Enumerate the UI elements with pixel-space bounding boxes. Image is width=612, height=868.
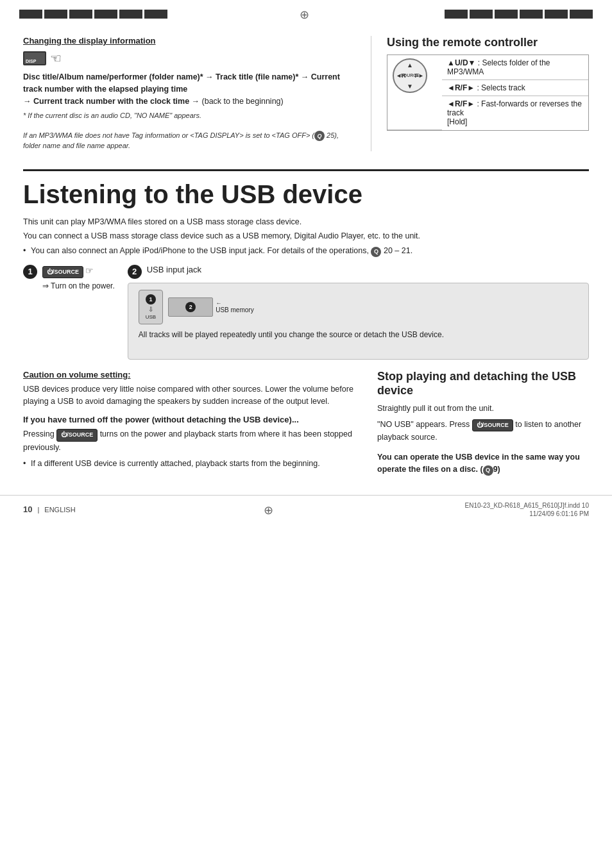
usb-badge-2: 2 [185, 302, 196, 312]
remote-table: ▲ ▼ ◄R F► SOURCE ▲U/D▼ : Selects folde [387, 54, 589, 131]
deco-bar-5 [119, 10, 142, 19]
hold-sublabel: [Hold] [447, 117, 467, 126]
remote-row-1-desc: ▲U/D▼ : Selects folder of the MP3/WMA [442, 55, 588, 80]
usb-memory-stick: 2 [168, 297, 213, 317]
ud-label: ▲U/D▼ : Selects folder of the MP3/WMA [447, 58, 550, 76]
stop-bold-note: You can operate the USB device in the sa… [377, 451, 589, 476]
step-1-number: 1 [23, 265, 37, 279]
display-body-bold: Disc title/Album name/performer (folder … [23, 72, 340, 94]
table-row: ▲ ▼ ◄R F► SOURCE ▲U/D▼ : Selects folde [387, 55, 588, 80]
detach-body-pre: Pressing [23, 430, 55, 438]
disp-label: DISP [26, 59, 36, 63]
rc-up-arrow: ▲ [407, 62, 413, 69]
deco-bar-r5 [545, 10, 568, 19]
usb-memory-label-area: ← USB memory [216, 300, 253, 313]
disp-icon-area: DISP ☞ [23, 51, 352, 66]
detach-body: Pressing ⏻/SOURCE turns on the power and… [23, 428, 358, 453]
deco-bar-4 [94, 10, 117, 19]
usb-memory-area: 2 ← USB memory [168, 297, 253, 317]
display-info-section: Changing the display information DISP ☞ … [23, 36, 371, 151]
display-info-heading: Changing the display information [23, 36, 156, 46]
remote-controller-image-cell: ▲ ▼ ◄R F► SOURCE [387, 55, 442, 129]
deco-bar-3 [69, 10, 92, 19]
remote-controller-section: Using the remote controller ▲ ▼ ◄R [371, 36, 589, 151]
detach-subheading: If you have turned off the power (withou… [23, 415, 358, 424]
source-btn-stop: ⏻/SOURCE [472, 419, 513, 432]
deco-bars-left [19, 10, 167, 19]
arrow-icon-4: → [192, 97, 200, 106]
hand-pointing-icon: ☞ [50, 51, 62, 66]
rc-left-arrow: ◄R [396, 72, 405, 79]
display-note-1: * If the current disc is an audio CD, "N… [23, 112, 201, 119]
display-body-text: Disc title/Album name/performer (folder … [23, 71, 352, 107]
footer-language: ENGLISH [44, 506, 75, 513]
rc-right-arrow: F► [415, 72, 424, 79]
footer-center [264, 503, 276, 516]
source-btn-caution: ⏻/SOURCE [56, 429, 98, 442]
top-bar-left-deco [19, 10, 167, 19]
usb-illustration: 1 ⇩ USB 2 [128, 283, 589, 360]
usb-badge-1: 1 [146, 294, 156, 305]
usb-memory-label: USB memory [216, 306, 253, 313]
crosshair-icon [300, 8, 312, 21]
page-footer: 10 | ENGLISH EN10-23_KD-R618_A615_R610[J… [0, 495, 612, 522]
usb-jack-box-1: 1 ⇩ USB [139, 290, 163, 324]
page-number: 10 [23, 505, 32, 514]
step-2-jack-label: USB input jack [147, 265, 201, 274]
stop-bold-note-pre: You can operate the USB device in the sa… [377, 453, 580, 474]
deco-bar-r2 [470, 10, 493, 19]
usb-section-title: Listening to the USB device [23, 180, 589, 208]
replay-text: All tracks will be played repeatedly unt… [139, 330, 578, 340]
footer-crosshair-icon [264, 503, 276, 516]
info-icon-note: Q [314, 131, 325, 141]
intro-text-2: You can connect a USB mass storage class… [23, 230, 589, 242]
usb-memory-row: 2 ← USB memory [168, 297, 253, 317]
footer-separator: | [37, 506, 39, 513]
deco-bar-6 [144, 10, 167, 19]
stop-body-2: "NO USB" appears. Press ⏻/SOURCE to list… [377, 419, 589, 444]
deco-bar-r3 [495, 10, 518, 19]
remote-row-2-desc: ◄R/F► : Selects track [442, 80, 588, 96]
usb-port-label: USB [146, 314, 156, 320]
info-icon-usb: Q [371, 247, 381, 257]
top-bar-right-deco [445, 10, 593, 19]
usb-arrow-right: ← [216, 300, 221, 306]
caution-heading: Caution on volume setting: [23, 370, 131, 380]
rc-disk: ▲ ▼ ◄R F► SOURCE [393, 58, 427, 93]
intro-text-1: This unit can play MP3/WMA files stored … [23, 216, 589, 228]
caution-body: USB devices produce very little noise co… [23, 383, 358, 408]
intro-bullet-text: You can also connect an Apple iPod/iPhon… [31, 246, 371, 255]
remote-controller-graphic: ▲ ▼ ◄R F► SOURCE [393, 58, 437, 93]
page: Changing the display information DISP ☞ … [0, 0, 612, 868]
usb-symbol-1: ⇩ [148, 306, 153, 313]
footer-left: 10 | ENGLISH [23, 505, 76, 514]
top-bar [0, 0, 612, 26]
arrow-icon-3: → [23, 97, 31, 106]
step-1-content: ⏻/SOURCE ☞ ⇒ Turn on the power. [42, 265, 115, 291]
display-note-2: If an MP3/WMA file does not have Tag inf… [23, 131, 339, 149]
rc-down-arrow: ▼ [407, 83, 413, 90]
step-2-number: 2 [128, 265, 142, 279]
rf-hold-label: ◄R/F► : Fast-forwards or reverses the tr… [447, 99, 582, 117]
deco-bars-right [445, 10, 593, 19]
arrow-icon-1: → [205, 72, 214, 81]
arrow-icon-2: → [301, 72, 309, 81]
hand-step1-icon: ☞ [85, 265, 94, 276]
deco-bar-r6 [570, 10, 593, 19]
remote-heading: Using the remote controller [387, 36, 589, 49]
footer-right: EN10-23_KD-R618_A615_R610[J]f.indd 10 11… [465, 502, 589, 517]
stop-body-2-pre: "NO USB" appears. Press [377, 420, 470, 429]
detach-bullet-1: If a different USB device is currently a… [23, 458, 358, 470]
remote-table-inner: ▲ ▼ ◄R F► SOURCE ▲U/D▼ : Selects folde [387, 55, 588, 130]
intro-bullet-1: You can also connect an Apple iPod/iPhon… [23, 245, 589, 257]
stop-section: Stop playing and detaching the USB devic… [377, 370, 589, 480]
step-1-text: ⇒ Turn on the power. [42, 281, 115, 290]
remote-row-3-desc: ◄R/F► : Fast-forwards or reverses the tr… [442, 96, 588, 130]
deco-bar-r4 [520, 10, 543, 19]
intro-bullet-pages: 20 – 21. [384, 246, 412, 255]
footer-date: 11/24/09 6:01:16 PM [529, 510, 589, 517]
display-note: * If the current disc is an audio CD, "N… [23, 111, 352, 151]
disp-button-icon: DISP [23, 51, 46, 65]
usb-jack-row: 1 ⇩ USB 2 [139, 290, 254, 324]
main-content: Changing the display information DISP ☞ … [0, 26, 612, 480]
